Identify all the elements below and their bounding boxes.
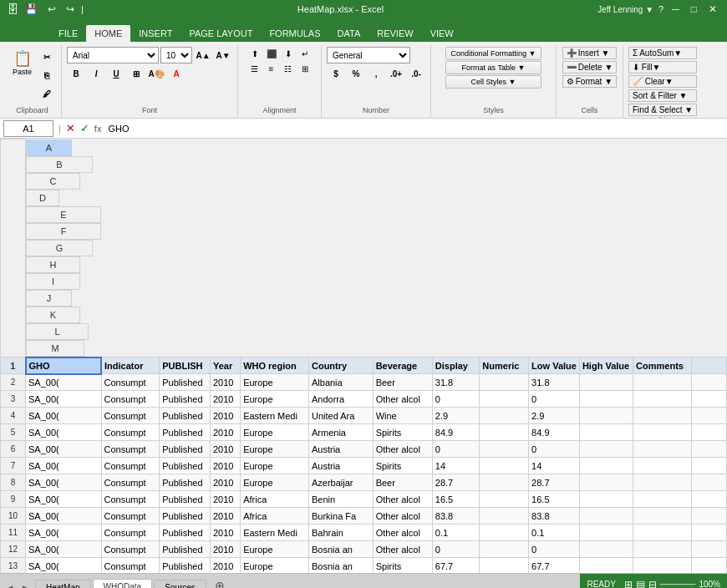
align-right-button[interactable]: ☷ bbox=[281, 62, 296, 75]
clear-button[interactable]: 🧹 Clear▼ bbox=[628, 75, 697, 88]
align-left-button[interactable]: ☰ bbox=[247, 62, 262, 75]
row-number[interactable]: 5 bbox=[1, 424, 26, 441]
cell[interactable]: Europe bbox=[241, 541, 309, 558]
cell[interactable]: Published bbox=[160, 408, 211, 424]
cell[interactable] bbox=[692, 408, 727, 424]
cell[interactable]: 2.9 bbox=[529, 408, 580, 424]
cell[interactable]: 14 bbox=[432, 458, 480, 474]
col-header-i[interactable]: I bbox=[26, 273, 80, 290]
cell[interactable] bbox=[579, 441, 633, 458]
cell[interactable]: Consumpt bbox=[101, 491, 160, 508]
cell[interactable]: Published bbox=[160, 474, 211, 491]
cell[interactable]: Spirits bbox=[373, 558, 432, 574]
col-header-k[interactable]: K bbox=[26, 307, 80, 323]
cell[interactable]: SA_00( bbox=[26, 558, 102, 574]
cell[interactable] bbox=[579, 424, 633, 441]
align-top-button[interactable]: ⬆ bbox=[247, 47, 262, 60]
conditional-formatting-button[interactable]: Conditional Formatting ▼ bbox=[445, 47, 542, 60]
cell[interactable] bbox=[480, 441, 529, 458]
cell[interactable]: SA_00( bbox=[26, 525, 102, 541]
decrease-font-button[interactable]: A▼ bbox=[214, 47, 232, 63]
cell[interactable] bbox=[692, 525, 727, 541]
cell[interactable]: Display bbox=[432, 357, 480, 374]
cell[interactable]: Europe bbox=[241, 441, 309, 458]
tab-insert[interactable]: INSERT bbox=[130, 25, 180, 42]
redo-button[interactable]: ↪ bbox=[63, 3, 78, 15]
underline-button[interactable]: U bbox=[107, 65, 125, 82]
cell[interactable] bbox=[480, 525, 529, 541]
cell[interactable]: Armenia bbox=[308, 424, 373, 441]
cell[interactable]: 28.7 bbox=[432, 474, 480, 491]
cell[interactable]: 16.5 bbox=[529, 491, 580, 508]
italic-button[interactable]: I bbox=[87, 65, 105, 82]
cell[interactable]: Published bbox=[160, 541, 211, 558]
row-number[interactable]: 7 bbox=[1, 458, 26, 474]
cell[interactable]: 83.8 bbox=[432, 508, 480, 525]
cell[interactable] bbox=[480, 474, 529, 491]
cell[interactable]: Beverage bbox=[373, 357, 432, 374]
cell[interactable] bbox=[633, 525, 692, 541]
cell[interactable]: Other alcol bbox=[373, 541, 432, 558]
cell[interactable]: Comments bbox=[633, 357, 692, 374]
cell[interactable] bbox=[579, 558, 633, 574]
cell[interactable] bbox=[633, 374, 692, 391]
cell[interactable] bbox=[633, 441, 692, 458]
tab-data[interactable]: DATA bbox=[329, 25, 369, 42]
row-number[interactable]: 2 bbox=[1, 374, 26, 391]
cell[interactable]: Austria bbox=[308, 441, 373, 458]
cell[interactable]: High Value bbox=[579, 357, 633, 374]
cell[interactable]: Consumpt bbox=[101, 525, 160, 541]
scroll-tabs-left[interactable]: ◀ bbox=[0, 583, 18, 588]
font-name-select[interactable]: Arial bbox=[67, 47, 159, 63]
cell[interactable] bbox=[480, 541, 529, 558]
merge-button[interactable]: ⊞ bbox=[297, 62, 313, 75]
cell[interactable]: SA_00( bbox=[26, 491, 102, 508]
cell[interactable] bbox=[692, 357, 727, 374]
cell[interactable]: Consumpt bbox=[101, 508, 160, 525]
cell[interactable] bbox=[480, 391, 529, 408]
close-button[interactable]: ✕ bbox=[705, 3, 720, 15]
paste-button[interactable]: 📋 Paste bbox=[8, 47, 36, 79]
cell[interactable] bbox=[579, 391, 633, 408]
row-number[interactable]: 9 bbox=[1, 491, 26, 508]
cell[interactable]: 2010 bbox=[210, 508, 240, 525]
cell[interactable]: SA_00( bbox=[26, 441, 102, 458]
col-header-j[interactable]: J bbox=[26, 290, 72, 307]
tab-view[interactable]: VIEW bbox=[422, 25, 462, 42]
cell[interactable]: Country bbox=[308, 357, 373, 374]
cell[interactable]: Published bbox=[160, 391, 211, 408]
cell[interactable]: Published bbox=[160, 424, 211, 441]
row-number[interactable]: 4 bbox=[1, 408, 26, 424]
cell[interactable]: Bosnia an bbox=[308, 541, 373, 558]
tab-review[interactable]: REVIEW bbox=[369, 25, 421, 42]
sheet-tab-sources[interactable]: Sources bbox=[154, 580, 206, 588]
align-center-button[interactable]: ≡ bbox=[264, 62, 279, 75]
cell[interactable]: Bahrain bbox=[308, 525, 373, 541]
cell[interactable]: Consumpt bbox=[101, 541, 160, 558]
cell[interactable]: SA_00( bbox=[26, 408, 102, 424]
cell[interactable]: Consumpt bbox=[101, 474, 160, 491]
page-layout-view-button[interactable]: ▤ bbox=[636, 579, 645, 589]
cell[interactable]: 28.7 bbox=[529, 474, 580, 491]
cell[interactable]: SA_00( bbox=[26, 391, 102, 408]
cell[interactable] bbox=[692, 424, 727, 441]
cell[interactable]: 2010 bbox=[210, 441, 240, 458]
cell[interactable]: Published bbox=[160, 374, 211, 391]
cell[interactable] bbox=[633, 408, 692, 424]
cell[interactable]: Spirits bbox=[373, 424, 432, 441]
copy-button[interactable]: ⎘ bbox=[38, 67, 56, 84]
row-number[interactable]: 11 bbox=[1, 525, 26, 541]
cell[interactable]: Europe bbox=[241, 458, 309, 474]
format-as-table-button[interactable]: Format as Table ▼ bbox=[445, 61, 542, 74]
col-header-f[interactable]: F bbox=[26, 223, 101, 240]
cell[interactable]: Published bbox=[160, 558, 211, 574]
cell[interactable] bbox=[579, 525, 633, 541]
cell[interactable] bbox=[480, 491, 529, 508]
cell[interactable]: 2010 bbox=[210, 391, 240, 408]
help-icon[interactable]: ? bbox=[658, 4, 663, 14]
fill-button[interactable]: ⬇ Fill▼ bbox=[628, 61, 697, 74]
col-header-g[interactable]: G bbox=[26, 240, 93, 256]
cell[interactable]: 0 bbox=[529, 391, 580, 408]
cell[interactable] bbox=[633, 541, 692, 558]
cell[interactable]: 2010 bbox=[210, 491, 240, 508]
